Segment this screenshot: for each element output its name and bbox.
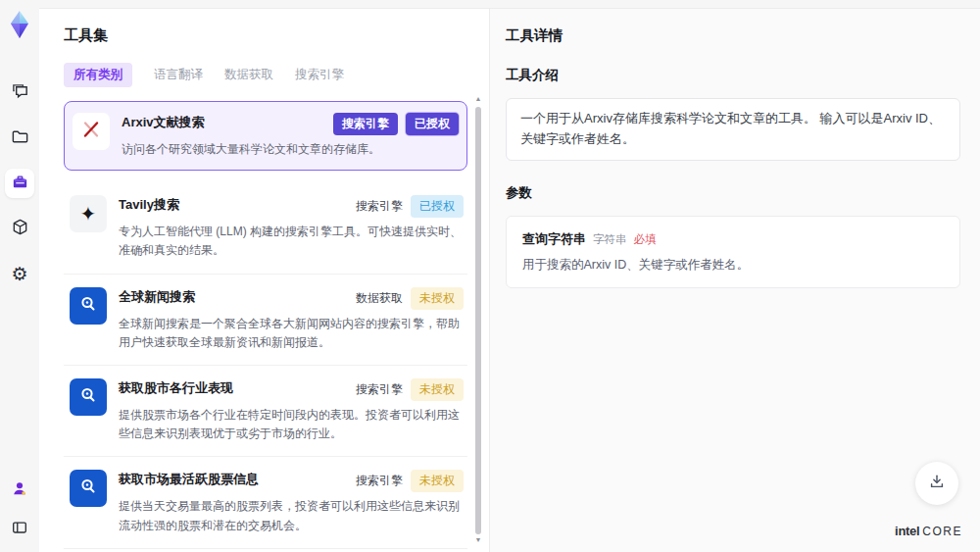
intel-brand-text: intel (895, 524, 919, 538)
panel-toggle-icon (11, 519, 28, 540)
blue-search-icon (77, 293, 99, 319)
tool-status-badge: 未授权 (411, 287, 464, 310)
toolset-panel: 工具集 所有类别 语言翻译 数据获取 搜索引擎 Arxiv文献搜索 搜索引擎 (39, 8, 490, 552)
param-name: 查询字符串 (522, 230, 586, 248)
icon-rail: ⚙ (0, 0, 39, 552)
tool-icon (70, 378, 107, 416)
tool-status-badge: 已授权 (406, 113, 459, 135)
tool-description: 全球新闻搜索是一个聚合全球各大新闻网站内容的搜索引擎，帮助用户快速获取全球最新资… (119, 315, 464, 352)
toolbox-icon (11, 173, 29, 195)
param-type: 字符串 (593, 232, 627, 247)
tool-description: 提供股票市场各个行业在特定时间段内的表现。投资者可以利用这些信息来识别表现优于或… (119, 406, 464, 443)
intro-section-title: 工具介绍 (506, 67, 960, 84)
sparkle-icon: ✦ (80, 204, 97, 224)
tool-status-badge: 已授权 (411, 195, 464, 218)
tool-name: Arxiv文献搜索 (122, 113, 205, 131)
tool-name: Tavily搜索 (119, 195, 179, 214)
tool-card[interactable]: 获取市场最活跃股票信息 搜索引擎 未授权 提供当天交易量最高的股票列表，投资者可… (64, 457, 467, 548)
scroll-down-icon[interactable]: ▼ (475, 536, 482, 546)
tool-category-badge: 搜索引擎 (356, 381, 403, 398)
tool-category-badge: 搜索引擎 (356, 473, 403, 489)
param-required-badge: 必填 (634, 232, 657, 247)
cube-icon (11, 218, 29, 240)
tool-category-badge: 搜索引擎 (333, 113, 398, 135)
user-icon (11, 479, 28, 501)
download-icon (928, 473, 946, 494)
sidebar-item-models[interactable] (5, 214, 34, 243)
category-tabs: 所有类别 语言翻译 数据获取 搜索引擎 (64, 63, 467, 87)
download-button[interactable] (915, 462, 958, 505)
tool-status-badge: 未授权 (411, 378, 464, 401)
sidebar-item-collapse[interactable] (5, 515, 34, 544)
sidebar-item-files[interactable] (5, 124, 34, 153)
details-title: 工具详情 (506, 26, 960, 45)
core-brand-text: CORE (922, 525, 962, 538)
tool-icon (70, 470, 107, 507)
tool-name: 获取市场最活跃股票信息 (119, 470, 259, 488)
scroll-up-icon[interactable]: ▲ (475, 95, 482, 105)
sidebar-item-toolset[interactable] (5, 169, 34, 198)
category-tab[interactable]: 数据获取 (224, 63, 273, 87)
scrollbar-thumb[interactable] (475, 107, 481, 534)
arxiv-icon (80, 119, 102, 144)
folder-icon (11, 127, 29, 150)
param-box: 查询字符串 字符串 必填 用于搜索的Arxiv ID、关键字或作者姓名。 (506, 216, 960, 288)
list-scrollbar[interactable]: ▲ ▼ (474, 95, 482, 546)
params-section-title: 参数 (506, 184, 960, 202)
tool-details-panel: 工具详情 工具介绍 一个用于从Arxiv存储库搜索科学论文和文章的工具。 输入可… (490, 8, 980, 552)
tool-description: 专为人工智能代理 (LLM) 构建的搜索引擎工具。可快速提供实时、准确和真实的结… (119, 223, 464, 260)
category-tab[interactable]: 搜索引擎 (295, 63, 344, 87)
blue-search-icon (77, 384, 99, 410)
tool-category-badge: 搜索引擎 (356, 198, 403, 215)
category-tab[interactable]: 语言翻译 (154, 63, 203, 87)
tool-icon (70, 287, 107, 325)
tool-card[interactable]: 全球新闻搜索 数据获取 未授权 全球新闻搜索是一个聚合全球各大新闻网站内容的搜索… (64, 275, 467, 366)
tool-list: Arxiv文献搜索 搜索引擎 已授权 访问各个研究领域大量科学论文和文章的存储库… (64, 101, 467, 552)
tool-card[interactable]: 获取股市各行业表现 搜索引擎 未授权 提供股票市场各个行业在特定时间段内的表现。… (64, 366, 467, 457)
tool-description: 访问各个研究领域大量科学论文和文章的存储库。 (122, 140, 459, 159)
app-window: ⚙ (0, 0, 980, 552)
page-title: 工具集 (64, 26, 467, 45)
sidebar-item-chat[interactable] (5, 78, 34, 108)
tool-status-badge: 未授权 (411, 470, 464, 492)
chat-icon (11, 82, 29, 105)
app-logo-icon (7, 10, 32, 39)
sidebar-item-settings[interactable]: ⚙ (5, 259, 34, 288)
tool-name: 全球新闻搜索 (119, 287, 195, 306)
blue-search-icon (77, 476, 99, 501)
tool-icon (73, 113, 110, 150)
tool-description: 提供当天交易量最高的股票列表，投资者可以利用这些信息来识别流动性强的股票和潜在的… (119, 497, 464, 534)
tool-intro-box: 一个用于从Arxiv存储库搜索科学论文和文章的工具。 输入可以是Arxiv ID… (506, 98, 960, 161)
tool-card[interactable]: ✦ Tavily搜索 搜索引擎 已授权 专为人工智能代理 (LLM) 构建的搜索… (64, 182, 467, 274)
sidebar-item-account[interactable] (5, 476, 34, 505)
settings-icon: ⚙ (11, 265, 27, 283)
param-description: 用于搜索的Arxiv ID、关键字或作者姓名。 (522, 257, 944, 274)
tool-name: 获取股市各行业表现 (119, 378, 233, 397)
tool-icon: ✦ (70, 195, 107, 232)
tool-card[interactable]: Arxiv文献搜索 搜索引擎 已授权 访问各个研究领域大量科学论文和文章的存储库… (64, 101, 467, 171)
intel-core-logo: intel CORE (895, 524, 962, 538)
tool-category-badge: 数据获取 (356, 290, 403, 307)
category-tab[interactable]: 所有类别 (64, 63, 132, 87)
